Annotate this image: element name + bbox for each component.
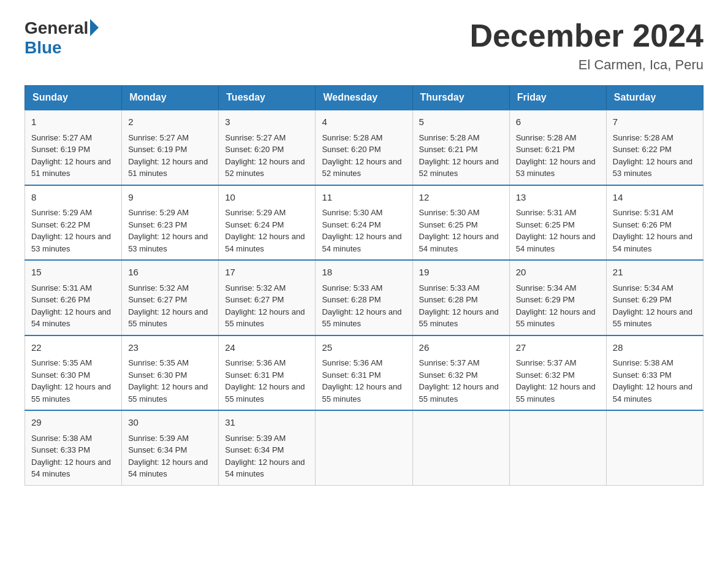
day-sunset: Sunset: 6:26 PM [613, 220, 672, 229]
day-sunset: Sunset: 6:20 PM [322, 145, 381, 154]
day-daylight: Daylight: 12 hours and 55 minutes [419, 307, 499, 329]
day-sunset: Sunset: 6:25 PM [419, 220, 478, 229]
day-sunrise: Sunrise: 5:33 AM [322, 283, 382, 293]
day-sunset: Sunset: 6:25 PM [516, 220, 575, 229]
table-row: 30 Sunrise: 5:39 AM Sunset: 6:34 PM Dayl… [122, 410, 219, 485]
day-sunset: Sunset: 6:24 PM [225, 220, 284, 229]
day-number: 18 [322, 266, 406, 280]
day-sunrise: Sunrise: 5:27 AM [225, 133, 286, 142]
table-row: 28 Sunrise: 5:38 AM Sunset: 6:33 PM Dayl… [606, 335, 703, 411]
day-sunset: Sunset: 6:19 PM [128, 145, 187, 154]
day-daylight: Daylight: 12 hours and 55 minutes [419, 382, 499, 404]
day-sunset: Sunset: 6:19 PM [31, 145, 90, 154]
day-sunset: Sunset: 6:28 PM [419, 295, 478, 304]
day-number: 10 [225, 191, 309, 205]
day-sunrise: Sunrise: 5:28 AM [516, 133, 577, 142]
calendar-week-row: 15 Sunrise: 5:31 AM Sunset: 6:26 PM Dayl… [25, 260, 703, 335]
day-number: 23 [128, 341, 212, 355]
day-sunset: Sunset: 6:29 PM [516, 295, 575, 304]
day-daylight: Daylight: 12 hours and 54 minutes [419, 232, 499, 253]
day-sunrise: Sunrise: 5:39 AM [128, 434, 189, 443]
day-daylight: Daylight: 12 hours and 55 minutes [128, 307, 208, 329]
table-row: 31 Sunrise: 5:39 AM Sunset: 6:34 PM Dayl… [219, 410, 316, 485]
table-row: 25 Sunrise: 5:36 AM Sunset: 6:31 PM Dayl… [316, 335, 412, 411]
day-sunset: Sunset: 6:21 PM [419, 145, 478, 154]
day-daylight: Daylight: 12 hours and 55 minutes [322, 307, 401, 329]
table-row [412, 410, 509, 485]
subtitle: El Carmen, Ica, Peru [469, 57, 703, 73]
col-wednesday: Wednesday [316, 86, 412, 110]
col-friday: Friday [509, 86, 606, 110]
day-sunrise: Sunrise: 5:30 AM [419, 208, 480, 217]
day-daylight: Daylight: 12 hours and 55 minutes [128, 382, 208, 404]
day-daylight: Daylight: 12 hours and 54 minutes [225, 232, 305, 253]
day-sunset: Sunset: 6:33 PM [613, 370, 672, 380]
day-sunset: Sunset: 6:22 PM [613, 145, 672, 154]
day-number: 11 [322, 191, 406, 205]
day-number: 25 [322, 341, 406, 355]
day-number: 21 [613, 266, 697, 280]
day-sunrise: Sunrise: 5:31 AM [613, 208, 673, 217]
day-sunrise: Sunrise: 5:28 AM [322, 133, 382, 142]
day-sunrise: Sunrise: 5:29 AM [225, 208, 286, 217]
day-sunrise: Sunrise: 5:32 AM [225, 283, 286, 293]
table-row: 26 Sunrise: 5:37 AM Sunset: 6:32 PM Dayl… [412, 335, 509, 411]
day-sunrise: Sunrise: 5:33 AM [419, 283, 480, 293]
day-daylight: Daylight: 12 hours and 54 minutes [31, 307, 111, 329]
day-number: 3 [225, 115, 309, 129]
day-sunset: Sunset: 6:32 PM [516, 370, 575, 380]
day-daylight: Daylight: 12 hours and 55 minutes [516, 307, 596, 329]
day-sunrise: Sunrise: 5:34 AM [516, 283, 577, 293]
day-daylight: Daylight: 12 hours and 54 minutes [322, 232, 401, 253]
day-sunrise: Sunrise: 5:38 AM [31, 434, 92, 443]
day-daylight: Daylight: 12 hours and 55 minutes [31, 382, 111, 404]
calendar-week-row: 8 Sunrise: 5:29 AM Sunset: 6:22 PM Dayli… [25, 185, 703, 261]
table-row: 15 Sunrise: 5:31 AM Sunset: 6:26 PM Dayl… [25, 260, 122, 335]
title-block: December 2024 El Carmen, Ica, Peru [469, 18, 703, 73]
day-number: 26 [419, 341, 503, 355]
table-row: 3 Sunrise: 5:27 AM Sunset: 6:20 PM Dayli… [219, 110, 316, 185]
col-thursday: Thursday [412, 86, 509, 110]
day-daylight: Daylight: 12 hours and 54 minutes [128, 458, 208, 479]
col-saturday: Saturday [606, 86, 703, 110]
table-row: 5 Sunrise: 5:28 AM Sunset: 6:21 PM Dayli… [412, 110, 509, 185]
table-row: 22 Sunrise: 5:35 AM Sunset: 6:30 PM Dayl… [25, 335, 122, 411]
table-row: 9 Sunrise: 5:29 AM Sunset: 6:23 PM Dayli… [122, 185, 219, 261]
day-daylight: Daylight: 12 hours and 55 minutes [613, 307, 692, 329]
day-sunrise: Sunrise: 5:27 AM [31, 133, 92, 142]
table-row: 21 Sunrise: 5:34 AM Sunset: 6:29 PM Dayl… [606, 260, 703, 335]
day-daylight: Daylight: 12 hours and 55 minutes [225, 382, 305, 404]
day-sunrise: Sunrise: 5:34 AM [613, 283, 673, 293]
table-row: 27 Sunrise: 5:37 AM Sunset: 6:32 PM Dayl… [509, 335, 606, 411]
table-row: 6 Sunrise: 5:28 AM Sunset: 6:21 PM Dayli… [509, 110, 606, 185]
logo: General Blue [25, 18, 99, 58]
day-sunrise: Sunrise: 5:36 AM [225, 358, 286, 367]
table-row: 29 Sunrise: 5:38 AM Sunset: 6:33 PM Dayl… [25, 410, 122, 485]
day-number: 24 [225, 341, 309, 355]
day-sunset: Sunset: 6:26 PM [31, 295, 90, 304]
day-number: 5 [419, 115, 503, 129]
day-number: 6 [516, 115, 600, 129]
day-number: 17 [225, 266, 309, 280]
day-number: 27 [516, 341, 600, 355]
table-row [606, 410, 703, 485]
table-row: 4 Sunrise: 5:28 AM Sunset: 6:20 PM Dayli… [316, 110, 412, 185]
calendar-week-row: 1 Sunrise: 5:27 AM Sunset: 6:19 PM Dayli… [25, 110, 703, 185]
day-sunset: Sunset: 6:33 PM [31, 445, 90, 454]
day-sunrise: Sunrise: 5:37 AM [419, 358, 480, 367]
day-sunrise: Sunrise: 5:35 AM [31, 358, 92, 367]
day-number: 20 [516, 266, 600, 280]
day-number: 7 [613, 115, 697, 129]
day-daylight: Daylight: 12 hours and 54 minutes [613, 232, 692, 253]
table-row [509, 410, 606, 485]
table-row: 19 Sunrise: 5:33 AM Sunset: 6:28 PM Dayl… [412, 260, 509, 335]
day-sunset: Sunset: 6:27 PM [128, 295, 187, 304]
col-tuesday: Tuesday [219, 86, 316, 110]
table-row: 8 Sunrise: 5:29 AM Sunset: 6:22 PM Dayli… [25, 185, 122, 261]
day-number: 2 [128, 115, 212, 129]
table-row: 18 Sunrise: 5:33 AM Sunset: 6:28 PM Dayl… [316, 260, 412, 335]
table-row: 13 Sunrise: 5:31 AM Sunset: 6:25 PM Dayl… [509, 185, 606, 261]
calendar-header-row: Sunday Monday Tuesday Wednesday Thursday… [25, 86, 703, 110]
day-sunset: Sunset: 6:23 PM [128, 220, 187, 229]
day-sunrise: Sunrise: 5:31 AM [516, 208, 577, 217]
